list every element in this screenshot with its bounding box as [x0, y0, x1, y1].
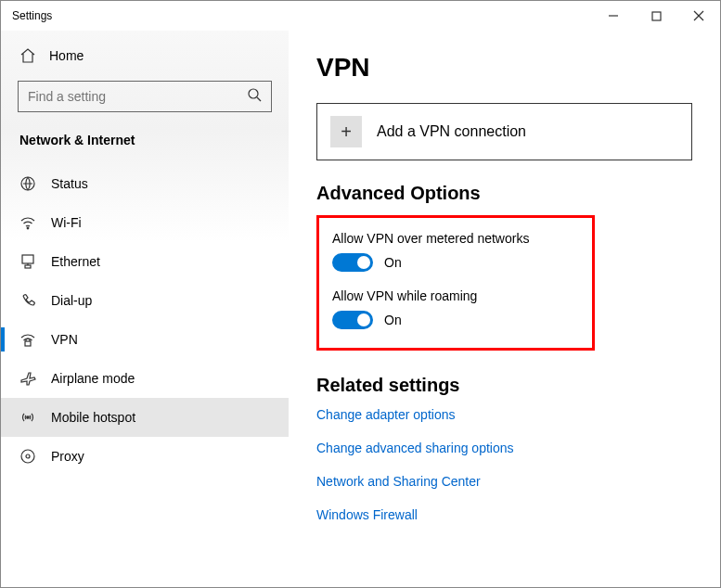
- link-sharing[interactable]: Change advanced sharing options: [316, 441, 692, 455]
- sidebar-item-label: Status: [51, 176, 88, 191]
- status-icon: [19, 175, 36, 192]
- link-firewall[interactable]: Windows Firewall: [316, 507, 692, 522]
- related-heading: Related settings: [316, 375, 692, 396]
- svg-point-12: [27, 416, 29, 418]
- search-input[interactable]: [28, 89, 247, 104]
- airplane-icon: [19, 370, 36, 387]
- window-title: Settings: [12, 9, 52, 22]
- svg-point-14: [26, 454, 30, 458]
- sidebar-item-airplane[interactable]: Airplane mode: [1, 359, 289, 398]
- wifi-icon: [19, 214, 36, 231]
- sidebar-item-label: Wi-Fi: [51, 215, 82, 230]
- metered-label: Allow VPN over metered networks: [332, 231, 579, 246]
- advanced-heading: Advanced Options: [316, 183, 692, 204]
- svg-rect-8: [22, 255, 33, 263]
- sidebar-item-label: Mobile hotspot: [51, 410, 135, 425]
- sidebar-item-proxy[interactable]: Proxy: [1, 437, 289, 476]
- sidebar-item-label: Airplane mode: [51, 371, 135, 386]
- ethernet-icon: [19, 253, 36, 270]
- vpn-icon: [19, 331, 36, 348]
- sidebar-item-label: Ethernet: [51, 254, 100, 269]
- home-icon: [19, 47, 36, 64]
- svg-rect-9: [25, 265, 31, 268]
- category-label: Network & Internet: [1, 129, 289, 164]
- dialup-icon: [19, 292, 36, 309]
- svg-point-13: [21, 450, 34, 463]
- roaming-label: Allow VPN while roaming: [332, 288, 579, 303]
- link-adapter[interactable]: Change adapter options: [316, 407, 692, 422]
- svg-line-5: [257, 97, 261, 101]
- roaming-toggle[interactable]: [332, 311, 373, 329]
- svg-rect-11: [25, 341, 31, 346]
- svg-point-7: [27, 227, 29, 229]
- sidebar-item-ethernet[interactable]: Ethernet: [1, 242, 289, 281]
- close-button[interactable]: [677, 1, 720, 31]
- sidebar-item-label: Dial-up: [51, 293, 92, 308]
- sidebar-item-dialup[interactable]: Dial-up: [1, 281, 289, 320]
- main-content: VPN + Add a VPN connection Advanced Opti…: [289, 31, 720, 587]
- maximize-button[interactable]: [635, 1, 677, 31]
- search-icon: [247, 87, 262, 106]
- sidebar-item-hotspot[interactable]: Mobile hotspot: [1, 398, 289, 437]
- home-link[interactable]: Home: [1, 40, 289, 81]
- home-label: Home: [49, 48, 84, 63]
- metered-state: On: [384, 255, 402, 270]
- highlight-box: Allow VPN over metered networks On Allow…: [316, 215, 595, 351]
- roaming-state: On: [384, 313, 402, 327]
- titlebar: Settings: [1, 1, 720, 31]
- minimize-button[interactable]: [592, 1, 635, 31]
- proxy-icon: [19, 448, 36, 465]
- page-title: VPN: [316, 53, 692, 83]
- sidebar: Home Network & Internet Status Wi-Fi Eth…: [1, 31, 289, 587]
- hotspot-icon: [19, 409, 36, 426]
- add-vpn-button[interactable]: + Add a VPN connection: [316, 103, 692, 160]
- svg-point-4: [249, 89, 258, 98]
- search-box[interactable]: [18, 81, 272, 112]
- sidebar-item-wifi[interactable]: Wi-Fi: [1, 203, 289, 242]
- sidebar-item-status[interactable]: Status: [1, 164, 289, 203]
- metered-toggle[interactable]: [332, 253, 373, 272]
- sidebar-item-vpn[interactable]: VPN: [1, 320, 289, 359]
- plus-icon: +: [330, 116, 362, 147]
- svg-rect-1: [652, 12, 661, 20]
- add-vpn-label: Add a VPN connection: [377, 123, 526, 140]
- link-network-center[interactable]: Network and Sharing Center: [316, 474, 692, 489]
- sidebar-item-label: Proxy: [51, 449, 84, 464]
- sidebar-item-label: VPN: [51, 332, 78, 347]
